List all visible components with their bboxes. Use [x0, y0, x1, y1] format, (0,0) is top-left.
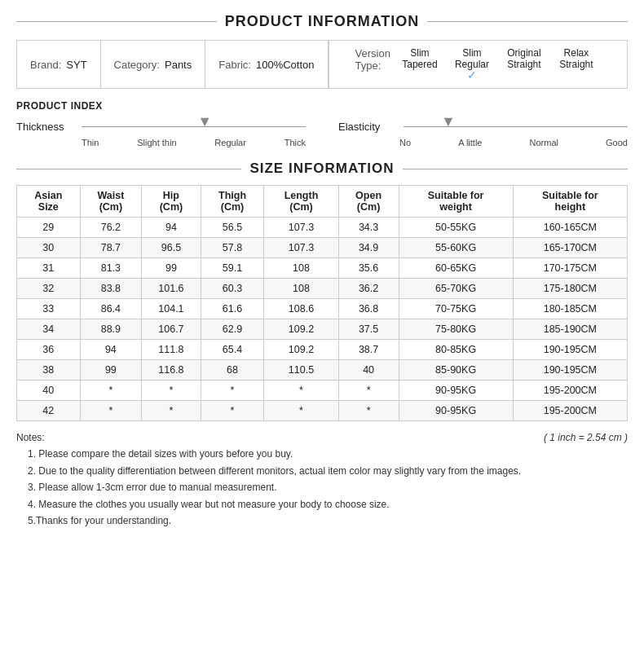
col-header-2: Hip(Cm) [142, 186, 201, 218]
note-item-2: 2. Due to the quality differentiation be… [16, 463, 628, 479]
table-cell-8-5: * [338, 381, 399, 401]
fabric-cell: Fabric: 100%Cotton [205, 41, 328, 88]
table-cell-9-5: * [338, 401, 399, 421]
thickness-label-item: Thick [285, 138, 306, 147]
table-cell-7-7: 190-195CM [513, 360, 627, 381]
table-cell-3-3: 60.3 [201, 279, 264, 299]
table-cell-4-3: 61.6 [201, 299, 264, 319]
table-row: 3899116.868110.54085-90KG190-195CM [17, 360, 628, 381]
table-cell-2-1: 81.3 [80, 258, 142, 279]
header-line-right [427, 21, 628, 22]
table-cell-8-1: * [80, 381, 142, 401]
table-cell-5-0: 34 [17, 319, 81, 340]
table-cell-1-0: 30 [17, 238, 81, 258]
version-col-0: SlimTapered [395, 47, 444, 81]
table-cell-3-1: 83.8 [80, 279, 142, 299]
thickness-labels: ThinSlight thinRegularThick [82, 138, 306, 147]
col-header-3: Thigh(Cm) [201, 186, 264, 218]
size-info-header: SIZE INFORMATION [16, 161, 628, 177]
notes-conversion: ( 1 inch = 2.54 cm ) [544, 429, 628, 446]
table-cell-1-1: 78.7 [80, 238, 142, 258]
table-cell-6-4: 109.2 [264, 340, 338, 360]
elasticity-bar-line [404, 126, 628, 127]
table-cell-3-6: 65-70KG [399, 279, 513, 299]
col-header-5: Open(Cm) [338, 186, 399, 218]
version-type-labels: Version Type: [355, 47, 390, 72]
table-row: 3488.9106.762.9109.237.575-80KG185-190CM [17, 319, 628, 340]
table-row: 3386.4104.161.6108.636.870-75KG180-185CM [17, 299, 628, 319]
table-row: 3078.796.557.8107.334.955-60KG165-170CM [17, 238, 628, 258]
table-cell-6-6: 80-85KG [399, 340, 513, 360]
table-cell-8-7: 195-200CM [513, 381, 627, 401]
table-cell-7-2: 116.8 [142, 360, 201, 381]
table-cell-3-4: 108 [264, 279, 338, 299]
table-cell-0-0: 29 [17, 218, 81, 238]
table-cell-7-0: 38 [17, 360, 81, 381]
table-cell-9-4: * [264, 401, 338, 421]
table-cell-9-2: * [142, 401, 201, 421]
table-cell-5-1: 88.9 [80, 319, 142, 340]
version-col-1: SlimRegular✓ [448, 47, 496, 81]
table-cell-0-7: 160-165CM [513, 218, 627, 238]
table-cell-4-7: 180-185CM [513, 299, 627, 319]
table-cell-7-3: 68 [201, 360, 264, 381]
table-cell-6-0: 36 [17, 340, 81, 360]
table-cell-0-4: 107.3 [264, 218, 338, 238]
thickness-label-item: Slight thin [137, 138, 176, 147]
table-cell-2-6: 60-65KG [399, 258, 513, 279]
size-line-right [403, 169, 628, 169]
table-cell-4-0: 33 [17, 299, 81, 319]
table-cell-2-4: 108 [264, 258, 338, 279]
brand-cell: Brand: SYT [17, 41, 101, 88]
table-cell-0-1: 76.2 [80, 218, 142, 238]
category-cell: Category: Pants [101, 41, 206, 88]
version-cell: Version Type: SlimTaperedSlimRegular✓Ori… [329, 41, 627, 88]
elasticity-labels: NoA littleNormalGood [399, 138, 628, 147]
table-cell-3-0: 32 [17, 279, 81, 299]
version-checkmark: ✓ [467, 68, 477, 81]
note-item-3: 3. Please allow 1-3cm error due to manua… [16, 479, 628, 495]
table-cell-9-1: * [80, 401, 142, 421]
note-item-1: 1. Please compare the detail sizes with … [16, 446, 628, 462]
table-cell-4-6: 70-75KG [399, 299, 513, 319]
table-cell-5-2: 106.7 [142, 319, 201, 340]
index-section: Thickness ▼ ThinSlight thinRegularThick … [16, 118, 628, 147]
col-header-7: Suitable forheight [513, 186, 627, 218]
table-cell-2-7: 170-175CM [513, 258, 627, 279]
table-cell-5-4: 109.2 [264, 319, 338, 340]
col-header-1: Waist(Cm) [80, 186, 142, 218]
thickness-bar-line [82, 126, 306, 127]
table-cell-2-5: 35.6 [338, 258, 399, 279]
table-cell-1-2: 96.5 [142, 238, 201, 258]
table-cell-6-2: 111.8 [142, 340, 201, 360]
size-table-header-row: AsianSizeWaist(Cm)Hip(Cm)Thigh(Cm)Length… [17, 186, 628, 218]
table-cell-5-7: 185-190CM [513, 319, 627, 340]
notes-header-row: Notes: ( 1 inch = 2.54 cm ) [16, 429, 628, 446]
table-cell-1-5: 34.9 [338, 238, 399, 258]
elasticity-bar: ▼ [404, 118, 628, 134]
table-cell-2-0: 31 [17, 258, 81, 279]
table-row: 42*****90-95KG195-200CM [17, 401, 628, 421]
table-cell-3-7: 175-180CM [513, 279, 627, 299]
table-cell-1-6: 55-60KG [399, 238, 513, 258]
note-item-5: 5.Thanks for your understanding. [16, 513, 628, 529]
table-row: 2976.29456.5107.334.350-55KG160-165CM [17, 218, 628, 238]
table-cell-9-6: 90-95KG [399, 401, 513, 421]
table-cell-3-2: 101.6 [142, 279, 201, 299]
elasticity-label-item: A little [458, 138, 482, 147]
table-cell-0-3: 56.5 [201, 218, 264, 238]
thickness-bar: ▼ [82, 118, 306, 134]
size-table: AsianSizeWaist(Cm)Hip(Cm)Thigh(Cm)Length… [16, 185, 628, 421]
size-line-left [16, 169, 241, 169]
table-cell-6-5: 38.7 [338, 340, 399, 360]
elasticity-item: Elasticity ▼ NoA littleNormalGood [338, 118, 628, 147]
table-cell-6-3: 65.4 [201, 340, 264, 360]
table-cell-4-5: 36.8 [338, 299, 399, 319]
size-table-head: AsianSizeWaist(Cm)Hip(Cm)Thigh(Cm)Length… [17, 186, 628, 218]
table-cell-7-6: 85-90KG [399, 360, 513, 381]
elasticity-label-item: Normal [530, 138, 558, 147]
table-row: 3181.39959.110835.660-65KG170-175CM [17, 258, 628, 279]
elasticity-name: Elasticity [338, 121, 395, 133]
notes-label: Notes: [16, 429, 45, 446]
thickness-label-item: Regular [214, 138, 246, 147]
